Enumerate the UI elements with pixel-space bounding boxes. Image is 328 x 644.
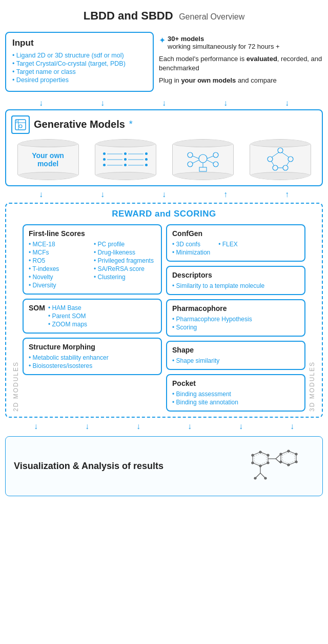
- svg-marker-33: [254, 454, 266, 464]
- arrows-1: ↓ ↓ ↓ ↓ ↓: [5, 97, 323, 109]
- viz-title: Visualization & Analysis of results: [14, 461, 163, 472]
- descriptors-list: Similarity to a template molecule: [172, 282, 299, 290]
- svg-line-29: [272, 162, 274, 166]
- arrow-down-1: ↓: [39, 190, 43, 199]
- svg-marker-32: [253, 452, 268, 466]
- svg-point-43: [259, 451, 261, 453]
- svg-point-22: [278, 148, 283, 153]
- generative-header: Generative Models *: [11, 115, 317, 134]
- svg-point-54: [254, 477, 256, 479]
- svg-point-13: [213, 152, 218, 158]
- nn-dot: [145, 158, 148, 161]
- shape-title: Shape: [172, 346, 299, 354]
- nn-dot: [124, 152, 127, 155]
- confgen-content: 3D confs Minimization FLEX: [172, 240, 299, 257]
- nn-dot: [103, 164, 106, 166]
- scores-col-1: MCE-18 MCFs RO5 T-indexes Novelty Divers…: [29, 240, 91, 289]
- svg-marker-37: [281, 451, 296, 465]
- visualization-section: Visualization & Analysis of results: [5, 436, 323, 496]
- pocket-box: Pocket Binding assessment Binding site a…: [166, 374, 305, 412]
- svg-point-46: [259, 465, 261, 467]
- svg-point-15: [213, 162, 218, 167]
- structure-morphing-box: Structure Morphing Metabolic stability e…: [23, 338, 162, 375]
- blue-star-icon: ✦: [159, 35, 166, 45]
- svg-line-27: [272, 152, 279, 157]
- cylinder-3: [172, 139, 234, 180]
- svg-line-19: [207, 160, 213, 163]
- arrow-icon-3: ↓: [162, 99, 166, 108]
- 2d-modules-label: 2D MODULES: [11, 224, 20, 412]
- generative-icon: [11, 115, 30, 134]
- som-item-1: HAM Base: [48, 304, 156, 312]
- svg-point-47: [252, 462, 254, 464]
- scores-grid: MCE-18 MCFs RO5 T-indexes Novelty Divers…: [29, 240, 156, 289]
- svg-line-4: [16, 121, 17, 122]
- arrow-viz-4: ↓: [188, 422, 192, 431]
- page-subtitle: General Overview: [179, 12, 244, 21]
- pocket-item-2: Binding site annotation: [172, 398, 299, 406]
- scores-list-2: PC profile Drug-likeness Privileged frag…: [94, 240, 156, 281]
- input-item-1: Ligand 2D or 3D structure (sdf or mol): [12, 51, 147, 60]
- nn-dot: [103, 158, 106, 161]
- arrow-up-2: ↑: [285, 190, 289, 199]
- reward-title: REWARD and SCORING: [11, 209, 317, 219]
- som-title: SOM: [29, 304, 45, 312]
- confgen-col2: FLEX: [218, 240, 238, 257]
- score-item-3: RO5: [29, 257, 91, 265]
- pocket-title: Pocket: [172, 379, 299, 387]
- svg-point-49: [295, 453, 297, 455]
- svg-point-26: [283, 165, 288, 170]
- arrow-viz-5: ↓: [239, 422, 243, 431]
- score-item-2: MCFs: [29, 248, 91, 257]
- left-modules: 2D MODULES First-line Scores MCE-18 MCFs…: [11, 224, 162, 412]
- your-model-label: Your ownmodel: [32, 151, 64, 168]
- score-item-7: PC profile: [94, 240, 156, 248]
- confgen-box: ConfGen 3D confs Minimization FLEX: [166, 224, 305, 262]
- som-list: HAM Base Parent SOM ZOOM maps: [48, 304, 156, 328]
- right-info: ✦ 30+ models working simultaneously for …: [159, 32, 323, 92]
- svg-rect-20: [199, 167, 207, 171]
- arrow-viz-6: ↓: [290, 422, 294, 431]
- plug-suffix: and compare: [236, 76, 277, 84]
- pharmacophore-item-1: Pharmacophore Hypothesis: [172, 315, 299, 323]
- som-item-3: ZOOM maps: [48, 320, 156, 328]
- confgen-col1: 3D confs Minimization: [172, 240, 210, 257]
- plug-prefix: Plug in: [159, 76, 181, 84]
- arrow-viz-2: ↓: [85, 422, 89, 431]
- som-content: SOM HAM Base Parent SOM ZOOM maps: [29, 304, 156, 328]
- svg-point-23: [268, 157, 273, 162]
- cylinder-1: Your ownmodel: [17, 139, 79, 180]
- score-item-11: Clustering: [94, 273, 156, 281]
- scores-list-1: MCE-18 MCFs RO5 T-indexes Novelty Divers…: [29, 240, 91, 289]
- som-box: SOM HAM Base Parent SOM ZOOM maps: [23, 299, 162, 334]
- arrows-2: ↓ ↓ ↓ ↑ ↑: [5, 188, 323, 201]
- svg-point-52: [280, 461, 282, 463]
- svg-point-48: [288, 450, 290, 452]
- models-count: 30+ models: [168, 35, 204, 43]
- plug-bold: your own models: [181, 76, 236, 84]
- arrow-icon-5: ↓: [285, 99, 289, 108]
- svg-marker-38: [282, 453, 295, 463]
- confgen-title: ConfGen: [172, 229, 299, 238]
- arrow-viz-1: ↓: [34, 422, 38, 431]
- arrow-icon-4: ↓: [223, 99, 228, 108]
- performance-bold: evaluated: [247, 55, 277, 63]
- first-line-title: First-line Scores: [29, 229, 156, 238]
- model-molecule: [170, 139, 236, 180]
- 3d-modules-label: 3D MODULES: [308, 224, 317, 412]
- svg-point-55: [264, 477, 266, 479]
- score-item-4: T-indexes: [29, 265, 91, 273]
- svg-point-51: [288, 464, 290, 466]
- score-item-5: Novelty: [29, 273, 91, 281]
- nn-dot: [124, 164, 127, 166]
- svg-point-42: [252, 454, 254, 456]
- arrow-up-1: ↑: [223, 190, 228, 199]
- model-your-own: Your ownmodel: [15, 139, 81, 180]
- nn-dot: [145, 152, 148, 155]
- morphing-item-2: Bioisosteres/isosteres: [29, 362, 156, 370]
- generative-title: Generative Models: [34, 119, 125, 130]
- nn-row-3: [103, 163, 148, 167]
- performance-info: Each model's performance is evaluated, r…: [159, 54, 323, 73]
- shape-box: Shape Shape similarity: [166, 341, 305, 370]
- page-header: LBDD and SBDD General Overview: [5, 5, 323, 27]
